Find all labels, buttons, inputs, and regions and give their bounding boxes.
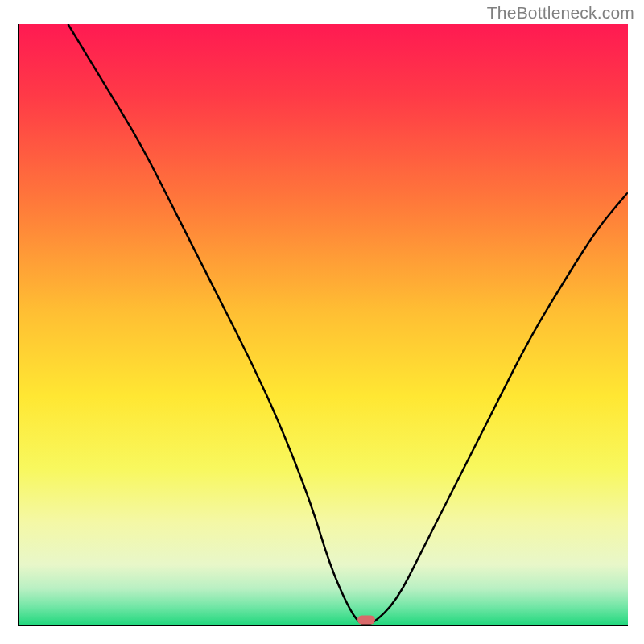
optimal-point-marker: [357, 616, 375, 625]
bottleneck-chart: TheBottleneck.com: [0, 0, 644, 644]
gradient-background: [19, 24, 628, 625]
watermark-text: TheBottleneck.com: [487, 3, 634, 23]
svg-rect-0: [19, 24, 628, 625]
plot-area: [18, 24, 628, 626]
